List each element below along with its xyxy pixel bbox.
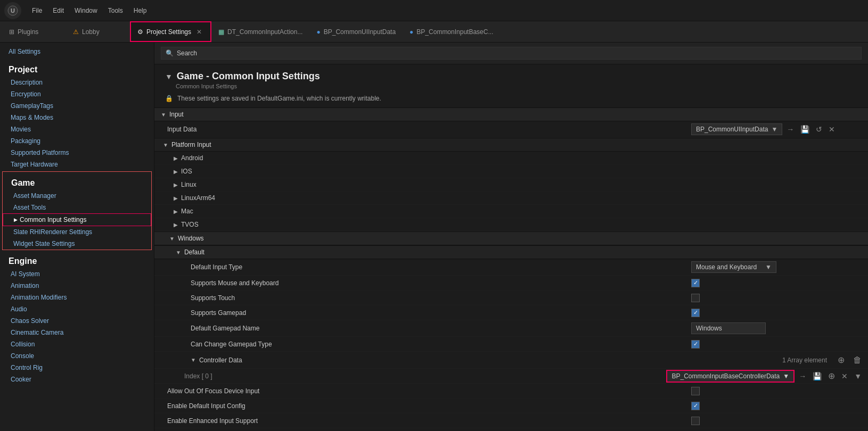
sidebar-item-console[interactable]: Console	[0, 350, 154, 362]
platform-mac[interactable]: ▶ Mac	[154, 205, 868, 218]
platform-linuxarm64[interactable]: ▶ LinuxArm64	[154, 192, 868, 205]
content-area: 🔍 ▼ Game - Common Input Settings Common …	[154, 43, 868, 431]
sidebar-item-description[interactable]: Description	[0, 77, 154, 88]
supports-mouse-keyboard-checkbox[interactable]	[691, 279, 700, 287]
platform-ios[interactable]: ▶ IOS	[154, 165, 868, 178]
enable-default-input-checkbox[interactable]	[691, 402, 700, 410]
sidebar-item-gameplaytags[interactable]: GameplayTags	[0, 100, 154, 112]
sidebar-item-collision[interactable]: Collision	[0, 338, 154, 350]
controller-data-save-btn[interactable]: 💾	[810, 371, 824, 382]
sidebar-section-game: Game	[3, 172, 151, 190]
sidebar-item-widget-state[interactable]: Widget State Settings	[3, 238, 151, 250]
controller-data-goto-btn[interactable]: →	[797, 371, 808, 382]
enable-enhanced-input-checkbox[interactable]	[691, 417, 700, 425]
default-input-type-dropdown-val: Mouse and Keyboard	[696, 263, 757, 271]
sidebar-item-cooker[interactable]: Cooker	[0, 374, 154, 385]
controller-data-arrow[interactable]: ▼	[191, 357, 196, 363]
menu-bar: U File Edit Window Tools Help	[0, 0, 868, 21]
menu-items: File Edit Window Tools Help	[27, 5, 152, 16]
bp-ui-icon: ●	[316, 28, 320, 36]
controller-data-index-value: BP_CommonInputBaseControllerData ▼ → 💾 ⊕…	[666, 370, 868, 383]
platform-input-arrow[interactable]: ▼	[163, 142, 168, 148]
sidebar-item-cinematic-camera[interactable]: Cinematic Camera	[0, 327, 154, 338]
default-gamepad-name-label: Default Gamepad Name	[154, 322, 687, 334]
controller-data-clear-btn[interactable]: ✕	[839, 371, 850, 382]
platform-tvos[interactable]: ▶ TVOS	[154, 218, 868, 231]
sidebar-item-control-rig[interactable]: Control Rig	[0, 362, 154, 374]
search-bar: 🔍	[154, 43, 868, 64]
mac-arrow: ▶	[174, 209, 178, 214]
sidebar-item-asset-tools[interactable]: Asset Tools	[3, 202, 151, 213]
notice-text: These settings are saved in DefaultGame.…	[177, 95, 381, 102]
search-input[interactable]	[177, 49, 857, 57]
supports-gamepad-row: Supports Gamepad	[154, 305, 868, 320]
tab-bp-commonbase[interactable]: ● BP_CommonInputBaseC...	[403, 21, 500, 42]
controller-data-add-btn[interactable]: ⊕	[836, 354, 847, 366]
tab-lobby[interactable]: ⚠ Lobby	[66, 21, 130, 42]
input-data-goto-btn[interactable]: →	[784, 124, 796, 135]
enable-enhanced-input-label: Enable Enhanced Input Support	[154, 415, 687, 427]
supports-gamepad-value	[687, 306, 868, 319]
can-change-gamepad-checkbox[interactable]	[691, 340, 700, 349]
default-gamepad-name-input[interactable]	[691, 322, 766, 334]
supports-mouse-keyboard-label: Supports Mouse and Keyboard	[154, 277, 687, 289]
tab-plugins[interactable]: ⊞ Plugins	[2, 21, 66, 42]
tab-project-settings[interactable]: ⚙ Project Settings ✕	[130, 21, 211, 42]
sidebar-item-target-hardware[interactable]: Target Hardware	[0, 159, 154, 170]
sidebar-item-asset-manager[interactable]: Asset Manager	[3, 190, 151, 202]
default-input-type-chevron: ▼	[765, 263, 772, 271]
sidebar-item-encryption[interactable]: Encryption	[0, 88, 154, 100]
sidebar-item-ai-system[interactable]: AI System	[0, 268, 154, 280]
allow-out-of-focus-checkbox[interactable]	[691, 387, 700, 395]
can-change-gamepad-value	[687, 338, 868, 351]
ios-arrow: ▶	[174, 169, 178, 175]
sidebar-item-audio[interactable]: Audio	[0, 303, 154, 315]
sidebar-item-animation-modifiers[interactable]: Animation Modifiers	[0, 292, 154, 303]
sidebar-item-animation[interactable]: Animation	[0, 280, 154, 292]
controller-data-index-dropdown[interactable]: BP_CommonInputBaseControllerData ▼	[666, 370, 795, 383]
windows-platform-arrow[interactable]: ▼	[169, 236, 175, 242]
default-input-type-dropdown[interactable]: Mouse and Keyboard ▼	[691, 261, 776, 273]
menu-window[interactable]: Window	[69, 5, 103, 16]
controller-data-index-row: Index [ 0 ] BP_CommonInputBaseController…	[154, 369, 868, 384]
menu-file[interactable]: File	[27, 5, 47, 16]
controller-data-count: 1 Array element	[782, 357, 827, 364]
controller-data-delete-btn[interactable]: 🗑	[851, 354, 864, 366]
tab-lobby-label: Lobby	[82, 28, 100, 36]
input-data-save-btn[interactable]: 💾	[798, 124, 812, 135]
ue-logo[interactable]: U	[4, 2, 21, 19]
tab-bp-commonui[interactable]: ● BP_CommonUIInputData	[309, 21, 403, 42]
windows-default-label: Default	[184, 248, 204, 256]
sidebar-item-common-input-settings[interactable]: Common Input Settings	[3, 213, 151, 226]
controller-data-expand-btn[interactable]: ▼	[852, 371, 864, 382]
platform-android[interactable]: ▶ Android	[154, 152, 868, 165]
menu-help[interactable]: Help	[128, 5, 152, 16]
sidebar-item-packaging[interactable]: Packaging	[0, 135, 154, 147]
sidebar-item-supported-platforms[interactable]: Supported Platforms	[0, 147, 154, 159]
windows-default-arrow[interactable]: ▼	[176, 250, 181, 255]
page-title-arrow: ▼	[165, 72, 173, 81]
tab-dt-common[interactable]: ▦ DT_CommonInputAction...	[211, 21, 309, 42]
tab-dt-label: DT_CommonInputAction...	[227, 28, 302, 36]
menu-tools[interactable]: Tools	[103, 5, 128, 16]
supports-gamepad-checkbox[interactable]	[691, 309, 700, 317]
input-data-clear-btn[interactable]: ✕	[826, 124, 837, 135]
tab-project-settings-close[interactable]: ✕	[194, 27, 204, 37]
page-title-text: Game - Common Input Settings	[177, 71, 320, 82]
input-data-dropdown[interactable]: BP_CommonUIInputData ▼	[691, 123, 782, 135]
input-data-reset-btn[interactable]: ↺	[814, 124, 824, 135]
sidebar-item-maps-modes[interactable]: Maps & Modes	[0, 112, 154, 123]
sidebar-item-slate-rhi[interactable]: Slate RHIRenderer Settings	[3, 226, 151, 238]
linux-label: Linux	[181, 181, 196, 188]
platform-linux[interactable]: ▶ Linux	[154, 178, 868, 192]
input-section-arrow[interactable]: ▼	[161, 112, 166, 118]
linux-arrow: ▶	[174, 182, 178, 188]
tab-bp-ui-label: BP_CommonUIInputData	[324, 28, 396, 36]
sidebar-item-movies[interactable]: Movies	[0, 123, 154, 135]
menu-edit[interactable]: Edit	[47, 5, 69, 16]
sidebar-all-settings[interactable]: All Settings	[0, 43, 154, 59]
controller-data-add2-btn[interactable]: ⊕	[826, 370, 837, 382]
ios-label: IOS	[181, 168, 192, 175]
sidebar-item-chaos-solver[interactable]: Chaos Solver	[0, 315, 154, 327]
supports-touch-checkbox[interactable]	[691, 294, 700, 302]
